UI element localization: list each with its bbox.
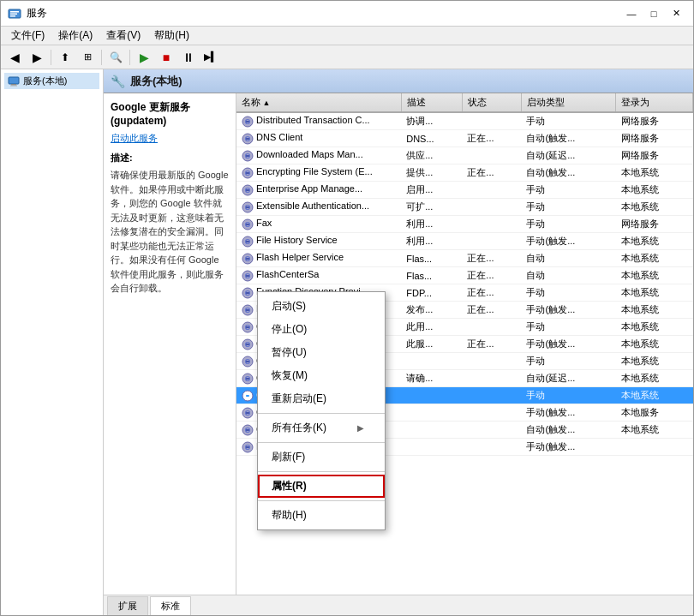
cell-status [462,422,521,439]
ctx-item-5[interactable]: 所有任务(K)▶ [258,416,385,440]
cell-status: 正在... [462,267,521,284]
ctx-arrow: ▶ [357,423,364,433]
col-desc[interactable]: 描述 [401,93,462,112]
table-row[interactable]: Extensible Authentication...可扩...手动本地系统 [236,199,693,216]
cell-status: 正在... [462,336,521,353]
toolbar-separator-2 [101,50,102,65]
content-header-title: 服务(本地) [130,74,182,89]
toolbar-play[interactable]: ▶ [134,47,154,68]
ctx-item-3[interactable]: 恢复(M) [258,364,385,387]
ctx-item-8[interactable]: 帮助(H) [258,504,385,527]
svg-rect-4 [9,77,19,84]
table-row[interactable]: File History Service利用...手动(触发...本地系统 [236,233,693,250]
minimize-button[interactable]: — [621,5,642,22]
cell-startup: 自动(延迟... [521,147,615,164]
cell-startup: 手动 [521,112,615,130]
cell-logon: 本地系统 [616,336,693,353]
ctx-separator [258,442,385,443]
cell-startup: 手动 [521,353,615,370]
ctx-item-1[interactable]: 停止(O) [258,318,385,341]
cell-desc [401,439,462,456]
toolbar: ◀ ▶ ⬆ ⊞ 🔍 ▶ ■ ⏸ ▶▍ [1,45,693,69]
cell-status: 正在... [462,284,521,302]
cell-startup: 手动 [521,284,615,302]
menu-file[interactable]: 文件(F) [4,27,51,45]
cell-logon: 本地系统 [616,370,693,387]
col-startup[interactable]: 启动类型 [521,93,615,112]
menu-view[interactable]: 查看(V) [99,27,147,45]
ctx-item-0[interactable]: 启动(S) [258,295,385,318]
window-title: 服务 [27,6,47,21]
cell-name: Downloaded Maps Man... [236,147,401,164]
col-name[interactable]: 名称 [236,93,401,112]
cell-desc: Flas... [401,267,462,284]
title-bar-left: 服务 [8,6,47,21]
cell-status: 正在... [462,302,521,319]
desc-panel: Google 更新服务 (gupdatem) 启动此服务 描述: 请确保使用最新… [104,93,236,595]
toolbar-restart[interactable]: ▶▍ [200,47,221,68]
cell-logon: 本地系统 [616,284,693,302]
cell-desc: 供应... [401,147,462,164]
close-button[interactable]: ✕ [666,5,686,22]
context-menu: 启动(S)停止(O)暂停(U)恢复(M)重新启动(E)所有任务(K)▶刷新(F)… [257,291,386,530]
cell-logon: 本地系统 [616,387,693,404]
toolbar-forward[interactable]: ▶ [27,47,47,68]
cell-status [462,199,521,216]
cell-startup: 手动(触发... [521,233,615,250]
ctx-label: 刷新(F) [272,450,305,464]
ctx-separator [258,471,385,472]
cell-logon: 本地系统 [616,267,693,284]
ctx-label: 所有任务(K) [272,421,326,435]
start-service-link[interactable]: 启动此服务 [111,132,229,145]
cell-logon: 本地服务 [616,404,693,422]
svg-rect-3 [10,15,15,17]
col-logon[interactable]: 登录为 [616,93,693,112]
tree-item-local[interactable]: 服务(本地) [4,73,99,89]
toolbar-pause[interactable]: ⏸ [178,47,199,68]
table-row[interactable]: FlashCenterSaFlas...正在...自动本地系统 [236,267,693,284]
cell-logon: 本地系统 [616,233,693,250]
ctx-item-4[interactable]: 重新启动(E) [258,387,385,410]
table-row[interactable]: DNS ClientDNS...正在...自动(触发...网络服务 [236,130,693,147]
table-row[interactable]: Downloaded Maps Man...供应...自动(延迟...网络服务 [236,147,693,164]
cell-startup: 手动 [521,387,615,404]
cell-name: FlashCenterSa [236,267,401,284]
maximize-button[interactable]: □ [643,5,664,22]
cell-status [462,182,521,199]
svg-rect-5 [11,84,16,86]
cell-desc: 发布... [401,302,462,319]
cell-name: Fax [236,216,401,233]
table-row[interactable]: Distributed Transaction C...协调...手动网络服务 [236,112,693,130]
table-row[interactable]: Encrypting File System (E...提供...正在...自动… [236,164,693,182]
cell-desc: DNS... [401,130,462,147]
table-row[interactable]: Fax利用...手动网络服务 [236,216,693,233]
ctx-item-6[interactable]: 刷新(F) [258,446,385,469]
toolbar-up[interactable]: ⬆ [55,47,75,68]
toolbar-stop[interactable]: ■ [156,47,176,68]
table-row[interactable]: Flash Helper ServiceFlas...正在...自动本地系统 [236,250,693,267]
menu-action[interactable]: 操作(A) [51,27,99,45]
cell-name: DNS Client [236,130,401,147]
ctx-label: 属性(R) [272,479,307,493]
cell-status: 正在... [462,130,521,147]
toolbar-search[interactable]: 🔍 [105,47,126,68]
content-header-icon: 🔧 [111,75,125,88]
ctx-item-7[interactable]: 属性(R) [258,475,385,498]
cell-startup: 手动(触发... [521,336,615,353]
table-row[interactable]: Enterprise App Manage...启用...手动本地系统 [236,182,693,199]
ctx-label: 暂停(U) [272,345,307,360]
cell-startup: 手动 [521,216,615,233]
menu-help[interactable]: 帮助(H) [147,27,196,45]
col-status[interactable]: 状态 [462,93,521,112]
cell-desc: 利用... [401,216,462,233]
cell-logon: 本地系统 [616,250,693,267]
cell-desc: 此服... [401,336,462,353]
cell-status [462,233,521,250]
content-header: 🔧 服务(本地) [104,69,693,93]
cell-status [462,387,521,404]
tab-extended[interactable]: 扩展 [107,596,148,615]
tab-standard[interactable]: 标准 [150,596,191,615]
toolbar-back[interactable]: ◀ [4,47,25,68]
ctx-item-2[interactable]: 暂停(U) [258,341,385,364]
toolbar-show-hide[interactable]: ⊞ [77,47,98,68]
